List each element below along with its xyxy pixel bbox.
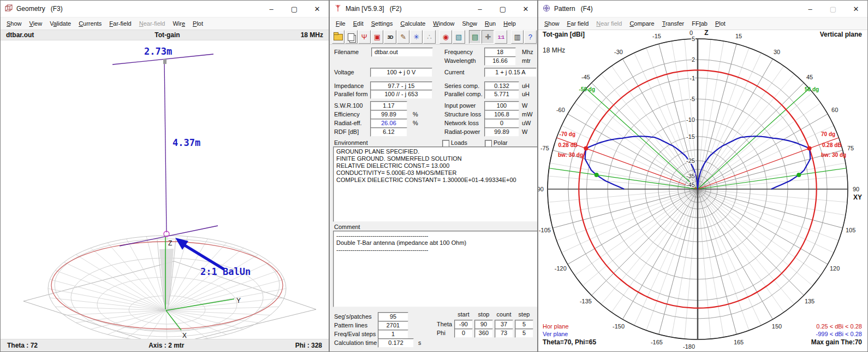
main-toolbar: Ψ▣3D✎✳∴◉▧▤✚1:1▥?	[330, 30, 537, 45]
geometry-window-title: Geometry (F3)	[16, 5, 63, 13]
comment-textbox[interactable]: ----------------------------------------…	[333, 231, 538, 307]
menu-item-window[interactable]: Window	[429, 19, 458, 28]
scale-1-1-button[interactable]: 1:1	[495, 30, 507, 44]
network-loss-unit: uW	[522, 120, 531, 126]
structure-loss-value[interactable]: 106.8	[484, 110, 519, 119]
menu-item-show[interactable]: Show	[3, 19, 26, 28]
near-field-pattern-button[interactable]: ∴	[423, 30, 436, 44]
rdf-value[interactable]: 6.12	[370, 127, 407, 137]
main-close-button[interactable]: ✕	[514, 1, 537, 17]
geometry-titlebar[interactable]: Geometry (F3) – ▢ ✕	[1, 1, 329, 17]
main-minimize-button[interactable]: –	[468, 1, 491, 17]
help-button[interactable]: ?	[524, 30, 537, 44]
radiat-eff-unit: %	[413, 120, 418, 126]
parallel-comp-value[interactable]: 5.771	[484, 90, 519, 99]
edit-nec-file-button[interactable]: ✎	[397, 30, 409, 44]
open-file-button[interactable]	[332, 30, 344, 44]
marker-label-left-3: bw: 30 dg	[558, 152, 583, 158]
parallel-form-value[interactable]: 100 // - j 653	[370, 90, 432, 99]
theta-step-value[interactable]: 5	[515, 320, 533, 329]
svg-text:75: 75	[847, 145, 854, 151]
wavelength-unit: mtr	[522, 57, 531, 64]
geometry-close-button[interactable]: ✕	[306, 1, 329, 17]
pattern-titlebar[interactable]: Pattern (F4) – ▢ ✕	[538, 1, 867, 17]
swr-value[interactable]: 1.17	[370, 101, 407, 110]
3d-viewer-button[interactable]: 3D	[384, 30, 396, 44]
smith-chart-icon: ◉	[443, 33, 449, 40]
menu-item-help[interactable]: Help	[500, 19, 520, 28]
voltage-value[interactable]: 100 + j 0 V	[370, 68, 432, 77]
menu-item-validate[interactable]: Validate	[46, 19, 75, 28]
geometry-minimize-button[interactable]: –	[260, 1, 283, 17]
red-marker-dot	[807, 146, 812, 151]
filename-value[interactable]: dtbar.out	[371, 48, 433, 57]
pattern-lines-value[interactable]: 2701	[378, 321, 408, 330]
copy-structure-button[interactable]	[345, 30, 358, 44]
smith-chart-button[interactable]: ◉	[439, 30, 452, 44]
phi-start-value[interactable]: 0	[454, 328, 473, 338]
geometry-maximize-button[interactable]: ▢	[283, 1, 306, 17]
input-power-value[interactable]: 100	[484, 101, 519, 110]
geometry-3d-view[interactable]: Z Y X 2:1 BalUn 2.73m 4.37m	[1, 1, 329, 352]
svg-text:30: 30	[774, 49, 780, 55]
phi-stop-value[interactable]: 360	[474, 328, 493, 338]
segs-patches-value[interactable]: 95	[378, 312, 408, 321]
menu-item-settings[interactable]: Settings	[367, 19, 397, 28]
far-field-pattern-button[interactable]: ✳	[410, 30, 423, 44]
menu-item-plot[interactable]: Plot	[189, 19, 207, 28]
svg-text:135: 135	[805, 298, 815, 304]
menu-item-fftab[interactable]: FFtab	[688, 19, 711, 28]
menu-item-calculate[interactable]: Calculate	[396, 19, 429, 28]
scale-1-1-icon: 1:1	[498, 34, 504, 40]
rdf-label: RDF [dB]	[334, 128, 359, 135]
line-editor-button[interactable]: ▤	[469, 30, 481, 44]
move-view-button[interactable]: ✚	[481, 30, 494, 44]
svg-text:5: 5	[692, 36, 695, 42]
menu-item-show[interactable]: Show	[459, 19, 481, 28]
menu-item-run[interactable]: Run	[481, 19, 500, 28]
hor-plane-legend: Hor plane	[543, 323, 569, 330]
polar-plot[interactable]: 52-1-5-10-15-25-35-45-165-150-135-120-10…	[538, 1, 868, 352]
parallel-comp-label: Parallel comp.	[444, 91, 483, 97]
calculation-time-value[interactable]: 0.172	[378, 338, 414, 348]
environment-textbox[interactable]: GROUND PLANE SPECIFIED. FINITE GROUND. S…	[333, 146, 538, 222]
menu-item-far-field[interactable]: Far-field	[105, 19, 135, 28]
ver-plane-range: -999 < dBi < 0.28	[816, 331, 862, 337]
gain-sweep-button[interactable]: ▧	[453, 30, 465, 44]
phi-step-value[interactable]: 5	[515, 328, 533, 338]
efficiency-value[interactable]: 99.89	[370, 110, 407, 119]
current-value[interactable]: 1 + j 0.15 A	[484, 68, 537, 77]
phi-row-label: Phi	[437, 330, 445, 336]
theta-start-value[interactable]: -90	[454, 320, 473, 329]
theta-count-value[interactable]: 37	[495, 320, 513, 329]
menu-item-transfer[interactable]: Transfer	[658, 19, 688, 28]
main-maximize-button[interactable]: ▢	[491, 1, 514, 17]
phi-count-value[interactable]: 73	[495, 328, 513, 338]
menu-item-view[interactable]: View	[26, 19, 46, 28]
menu-item-wire[interactable]: Wire	[169, 19, 189, 28]
radiat-eff-value[interactable]: 26.06	[370, 119, 407, 128]
pattern-minimize-button[interactable]: –	[799, 1, 822, 17]
hor-plane-range: 0.25 < dBi < 0.28	[816, 323, 862, 330]
svg-text:60: 60	[831, 107, 838, 113]
documentation-button[interactable]: ▥	[511, 30, 524, 44]
menu-item-plot[interactable]: Plot	[711, 19, 729, 28]
radiat-power-value[interactable]: 99.89	[484, 127, 519, 137]
geometry-window-button[interactable]: ▣	[371, 30, 384, 44]
antenna-view-button[interactable]: Ψ	[358, 30, 371, 44]
menu-item-far-field[interactable]: Far field	[563, 19, 593, 28]
frequency-value[interactable]: 18	[484, 48, 516, 57]
main-titlebar[interactable]: Main [V5.9.3] (F2) – ▢ ✕	[330, 1, 537, 17]
angle-col-step: step	[515, 311, 533, 318]
menu-item-file[interactable]: File	[332, 19, 349, 28]
pattern-close-button[interactable]: ✕	[845, 1, 867, 17]
pattern-maximize-button[interactable]: ▢	[822, 1, 845, 17]
theta-stop-value[interactable]: 90	[474, 320, 493, 329]
menu-item-compare[interactable]: Compare	[626, 19, 658, 28]
menu-item-currents[interactable]: Currents	[75, 19, 105, 28]
menu-item-edit[interactable]: Edit	[349, 19, 367, 28]
network-loss-value[interactable]: 0	[484, 119, 519, 128]
freq-eval-steps-value[interactable]: 1	[378, 330, 408, 339]
menu-item-show[interactable]: Show	[540, 19, 563, 28]
wavelength-value[interactable]: 16.66	[484, 56, 516, 66]
